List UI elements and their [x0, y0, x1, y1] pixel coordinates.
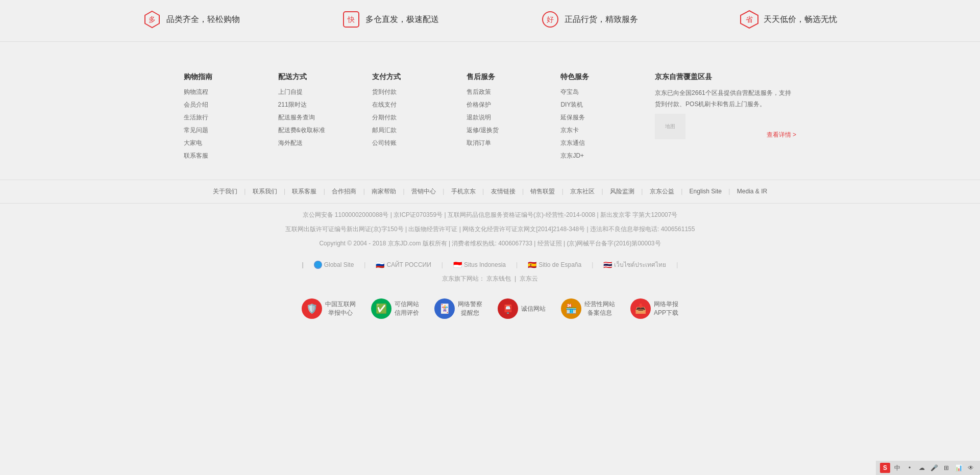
badge-trusted-site[interactable]: ✅ 可信网站 信用评价: [371, 298, 419, 319]
footer-link[interactable]: 价格保护: [467, 101, 491, 108]
footer-link[interactable]: 分期付款: [372, 114, 397, 121]
footer-nav-link-mobile[interactable]: 手机京东: [446, 188, 481, 195]
svg-text:快: 快: [347, 15, 355, 23]
badge-icon-cyber-police: 🃏: [434, 298, 455, 319]
badge-icon-trusted-site: ✅: [371, 298, 391, 319]
feature-item-duo: 多 品类齐全，轻松购物: [143, 10, 240, 29]
badge-business-site[interactable]: 🏪 经营性网站 备案信息: [561, 298, 615, 319]
footer-nav-link-risk[interactable]: 风险监测: [605, 188, 640, 195]
footer-nav-link-charity[interactable]: 京东公益: [645, 188, 679, 195]
footer-link[interactable]: 售后政策: [467, 88, 491, 95]
footer-nav-link-english[interactable]: English Site: [684, 188, 727, 195]
badge-label-1: 诚信网站: [521, 305, 546, 313]
footer-link[interactable]: 海外配送: [278, 139, 303, 146]
footer-link[interactable]: 取消订单: [467, 139, 491, 146]
feature-icon-kuai: 快: [342, 10, 360, 29]
footer-link[interactable]: 上门自提: [278, 88, 303, 95]
footer-link[interactable]: 退款说明: [467, 114, 491, 121]
footer-nav-link-partner[interactable]: 合作招商: [327, 188, 361, 195]
footer-service-text: 京东已向全国2661个区县提供自营配送服务，支持货到付款、POS机刷卡和售后上门…: [655, 88, 796, 110]
footer-col-shopping: 购物指南 购物流程 会员介绍 生活旅行 常见问题 大家电 联系客服: [184, 72, 278, 164]
feature-item-kuai: 快 多仓直发，极速配送: [342, 10, 439, 29]
list-item: 联系客服: [184, 152, 278, 160]
footer-nav-link-media[interactable]: Media & IR: [732, 188, 772, 195]
footer-nav-link-contact[interactable]: 联系我们: [248, 188, 282, 195]
badge-icon-internet-report: 🛡️: [302, 298, 322, 319]
feature-text-kuai: 多仓直发，极速配送: [365, 14, 439, 25]
footer-link[interactable]: 联系客服: [184, 152, 208, 159]
footer-link[interactable]: 京东卡: [560, 127, 579, 134]
subsite-link-cloud[interactable]: 京东云: [520, 275, 538, 282]
page-wrapper: 多 品类齐全，轻松购物 快 多仓直发，极速配送 好 正品行货: [0, 0, 980, 334]
intl-link-spain[interactable]: 🇪🇸 Sitio de España: [528, 261, 581, 269]
footer-link[interactable]: 延保服务: [560, 114, 585, 121]
footer-link[interactable]: 货到付款: [372, 88, 397, 95]
footer-col-title-shopping: 购物指南: [184, 72, 278, 82]
list-item: 生活旅行: [184, 113, 278, 122]
footer-link[interactable]: 配送服务查询: [278, 114, 315, 121]
badge-internet-report[interactable]: 🛡️ 中国互联网 举报中心: [302, 298, 356, 319]
footer-links: 购物指南 购物流程 会员介绍 生活旅行 常见问题 大家电 联系客服 配送方式 上…: [184, 57, 796, 174]
footer-col-list-special: 夺宝岛 DIY装机 延保服务 京东卡 京东通信 京东JD+: [560, 88, 655, 160]
feature-bar: 多 品类齐全，轻松购物 快 多仓直发，极速配送 好 正品行货: [0, 0, 980, 42]
subsite-link-wallet[interactable]: 京东钱包: [486, 275, 511, 282]
list-item: 会员介绍: [184, 101, 278, 109]
list-item: 购物流程: [184, 88, 278, 96]
list-item: 大家电: [184, 139, 278, 147]
footer-link[interactable]: 配送费&收取标准: [278, 127, 325, 134]
footer-nav-link-community[interactable]: 京东社区: [565, 188, 600, 195]
intl-link-russia[interactable]: 🇷🇺 САЙТ РОССИИ: [376, 261, 431, 269]
badge-label-1: 中国互联网: [325, 300, 356, 309]
feature-text-sheng: 天天低价，畅选无忧: [764, 14, 837, 25]
coverage-map-placeholder: 地图: [665, 123, 675, 130]
icp-row-1: 京公网安备 11000002000088号 | 京ICP证070359号 | 互…: [0, 209, 980, 221]
footer-link[interactable]: 211限时达: [278, 101, 307, 108]
badge-icon-business-site: 🏪: [561, 298, 581, 319]
badge-label-1: 经营性网站: [584, 300, 615, 309]
footer-col-payment: 支付方式 货到付款 在线支付 分期付款 邮局汇款 公司转账: [372, 72, 467, 164]
feature-item-sheng: 省 天天低价，畅选无忧: [740, 10, 837, 29]
badge-cyber-police[interactable]: 🃏 网络警察 提醒您: [434, 298, 482, 319]
list-item: 分期付款: [372, 113, 467, 122]
list-item: 京东JD+: [560, 152, 655, 160]
footer-nav-link-marketing[interactable]: 营销中心: [406, 188, 441, 195]
badge-label-2: 举报中心: [325, 309, 356, 317]
footer-col-title-aftersale: 售后服务: [467, 72, 561, 82]
footer-link[interactable]: 生活旅行: [184, 114, 208, 121]
badge-sincere-site[interactable]: 📮 诚信网站: [498, 298, 546, 319]
footer-nav-link-sales[interactable]: 销售联盟: [525, 188, 560, 195]
intl-link-global[interactable]: 🌐 Global Site: [314, 261, 354, 269]
svg-text:省: 省: [746, 15, 753, 23]
footer-link[interactable]: 大家电: [184, 139, 202, 146]
footer-subsites: 京东旗下网站： 京东钱包 | 京东云: [0, 272, 980, 288]
badge-report-app[interactable]: 📥 网络举报 APP下载: [630, 298, 678, 319]
intl-link-indonesia[interactable]: 🇮🇩 Situs Indonesia: [453, 261, 506, 269]
footer-link[interactable]: 常见问题: [184, 127, 208, 134]
footer-link[interactable]: 京东JD+: [560, 152, 584, 159]
footer-link[interactable]: DIY装机: [560, 101, 583, 108]
footer-nav-link-friends[interactable]: 友情链接: [486, 188, 521, 195]
list-item: 延保服务: [560, 113, 655, 122]
coverage-detail-link[interactable]: 查看详情 >: [767, 131, 796, 139]
list-item: 价格保护: [467, 101, 561, 109]
intl-link-thailand[interactable]: 🇹🇭 เว็บไซต์ประเทศไทย: [603, 260, 666, 269]
footer-nav-link-cs[interactable]: 联系客服: [287, 188, 322, 195]
footer-link[interactable]: 京东通信: [560, 139, 585, 146]
badge-label-2: APP下载: [654, 309, 678, 317]
list-item: 京东通信: [560, 139, 655, 147]
footer-link[interactable]: 夺宝岛: [560, 88, 579, 95]
list-item: DIY装机: [560, 101, 655, 109]
footer-nav-link-help[interactable]: 南家帮助: [366, 188, 401, 195]
footer-intl-sites: | 🌐 Global Site | 🇷🇺 САЙТ РОССИИ | 🇮🇩 Si…: [0, 257, 980, 272]
footer-link[interactable]: 公司转账: [372, 139, 397, 146]
footer-link[interactable]: 返修/退换货: [467, 127, 499, 134]
feature-text-hao: 正品行货，精致服务: [565, 14, 638, 25]
footer-link[interactable]: 购物流程: [184, 88, 208, 95]
badge-icon-sincere-site: 📮: [498, 298, 518, 319]
footer-link[interactable]: 邮局汇款: [372, 127, 397, 134]
footer-nav-link-about[interactable]: 关于我们: [208, 188, 242, 195]
footer-link[interactable]: 在线支付: [372, 101, 397, 108]
footer-col-jd-coverage: 京东自营覆盖区县 京东已向全国2661个区县提供自营配送服务，支持货到付款、PO…: [655, 72, 796, 164]
list-item: 取消订单: [467, 139, 561, 147]
footer-link[interactable]: 会员介绍: [184, 101, 208, 108]
